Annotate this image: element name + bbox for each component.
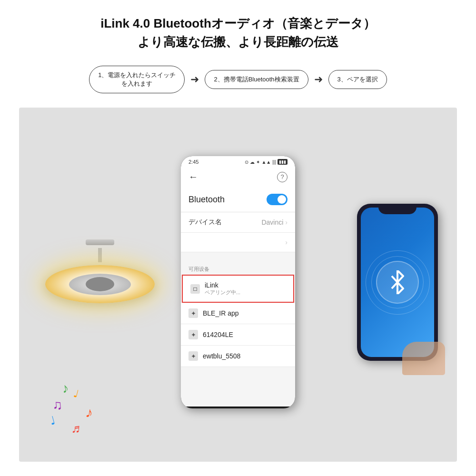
note-2: ♩: [72, 387, 80, 401]
chevron-right-icon: ›: [285, 218, 288, 226]
status-icons: ⊙ ☁ ✦ ▲▲ ||| ▮▮▮: [245, 159, 288, 165]
device-name-row: デバイス名 Davinci ›: [181, 212, 295, 233]
ble-ir-icon: ✦: [188, 308, 198, 318]
page: iLink 4.0 Bluetoothオーディオ（音楽とデータ） より高速な伝搬…: [0, 0, 476, 476]
phone-notch: [378, 204, 416, 214]
ble-ir-info: BLE_IR app: [203, 309, 239, 317]
note-6: ♬: [71, 421, 81, 436]
lamp-stem: [98, 248, 102, 262]
arrow-2: ➜: [314, 73, 323, 86]
device-name-label: デバイス名: [188, 218, 222, 227]
step-3-label: 3、ペアを選択: [337, 76, 378, 83]
ble-ir-name: BLE_IR app: [203, 309, 239, 317]
lamp-mount: [86, 239, 114, 245]
step-1-bubble: 1、電源を入れたらスイッチを入れます: [89, 66, 185, 93]
bluetooth-label: Bluetooth: [188, 195, 225, 205]
ripple-inner: [371, 256, 424, 308]
title-section: iLink 4.0 Bluetoothオーディオ（音楽とデータ） より高速な伝搬…: [100, 14, 376, 51]
device-ewtblu[interactable]: ✦ ewtblu_5508: [181, 346, 295, 367]
note-1: ♪: [60, 380, 69, 397]
614204le-info: 614204LE: [203, 331, 233, 338]
device-ilink-icon: □: [190, 284, 200, 294]
lamp-area: [33, 205, 167, 338]
note-4: ♪: [84, 404, 94, 421]
main-section: ♪ ♩ ♫ ♪ ♩ ♬ 2:45 ⊙ ☁ ✦ ▲▲ |||: [19, 108, 457, 462]
lamp-inner: [69, 274, 131, 295]
device-ble-ir[interactable]: ✦ BLE_IR app: [181, 303, 295, 324]
device-ilink-info: iLink ペアリング中...: [205, 281, 240, 296]
spacer: [181, 252, 295, 262]
ewtblu-icon: ✦: [188, 351, 198, 361]
phone-screen: ← ? Bluetooth デバイス名 Davinci ›: [181, 167, 295, 407]
ilink-name: iLink: [205, 281, 240, 289]
available-label: 可用设备: [181, 262, 295, 275]
center-phone: 2:45 ⊙ ☁ ✦ ▲▲ ||| ▮▮▮ ← ?: [181, 156, 295, 413]
right-phone: [357, 204, 443, 366]
614204le-name: 614204LE: [203, 331, 233, 338]
music-notes-area: ♪ ♩ ♫ ♪ ♩ ♬: [48, 381, 124, 438]
bluetooth-toggle[interactable]: [267, 194, 288, 205]
step-1-label: 1、電源を入れたらスイッチを入れます: [98, 71, 176, 87]
device-ilink[interactable]: □ iLink ペアリング中...: [182, 275, 294, 303]
right-phone-body: [357, 204, 438, 361]
ewtblu-info: ewtblu_5508: [203, 352, 240, 360]
step-2-label: 2、携帯電話Bluetooth検索装置: [214, 76, 299, 83]
status-bar: 2:45 ⊙ ☁ ✦ ▲▲ ||| ▮▮▮: [181, 156, 295, 167]
right-phone-screen: [361, 208, 434, 357]
ilink-status: ペアリング中...: [205, 289, 240, 296]
center-phone-body: 2:45 ⊙ ☁ ✦ ▲▲ ||| ▮▮▮ ← ?: [181, 156, 295, 408]
title-line2: より高速な伝搬、より長距離の伝送: [138, 35, 338, 49]
614204le-icon: ✦: [188, 330, 198, 339]
note-5: ♩: [49, 414, 57, 428]
bluetooth-toggle-row: Bluetooth: [181, 187, 295, 212]
step-3-bubble: 3、ペアを選択: [328, 70, 387, 89]
note-3: ♫: [52, 397, 63, 413]
nav-bar: ← ?: [181, 167, 295, 187]
lamp-center: [86, 277, 114, 291]
device-614204le[interactable]: ✦ 614204LE: [181, 324, 295, 346]
chevron-right-icon-2: ›: [285, 238, 288, 246]
hand: [402, 342, 445, 375]
title-line1: iLink 4.0 Bluetoothオーディオ（音楽とデータ）: [100, 16, 376, 30]
arrow-1: ➜: [190, 73, 199, 86]
device-value: Davinci: [261, 218, 283, 226]
ewtblu-name: ewtblu_5508: [203, 352, 240, 360]
time-display: 2:45: [188, 159, 198, 165]
lamp-outer: [45, 265, 155, 303]
step-2-bubble: 2、携帯電話Bluetooth検索装置: [205, 70, 308, 89]
page-title: iLink 4.0 Bluetoothオーディオ（音楽とデータ） より高速な伝搬…: [100, 14, 376, 51]
steps-section: 1、電源を入れたらスイッチを入れます ➜ 2、携帯電話Bluetooth検索装置…: [89, 66, 387, 93]
back-button[interactable]: ←: [188, 171, 198, 182]
help-button[interactable]: ?: [277, 172, 288, 182]
empty-row: ›: [181, 233, 295, 252]
bt-visual-container: [376, 261, 419, 304]
